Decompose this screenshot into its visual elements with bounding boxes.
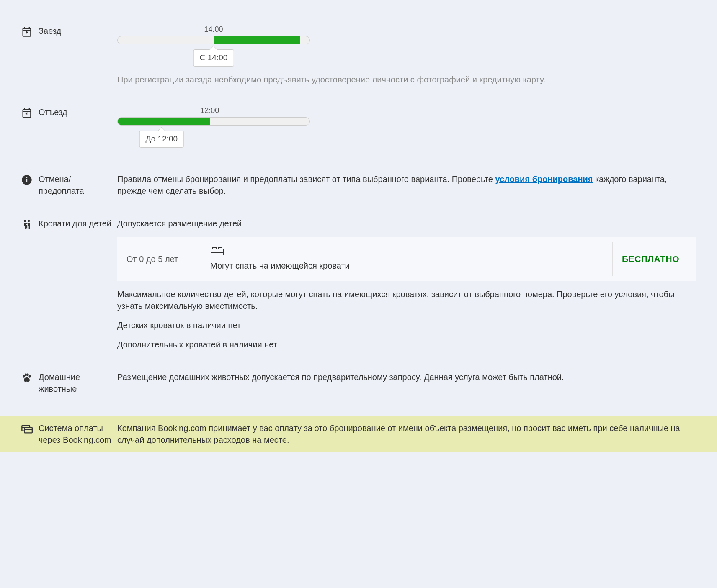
svg-point-8: [25, 373, 27, 376]
children-para1: Максимальное количество детей, которые м…: [117, 288, 696, 312]
svg-rect-1: [26, 179, 27, 182]
payment-text: Компания Booking.com принимает у вас опл…: [117, 422, 696, 446]
cancellation-text-before: Правила отмены бронирования и предоплаты…: [117, 175, 495, 184]
pets-content: Размещение домашних животных допускается…: [117, 371, 696, 395]
children-label: Кровати для детей: [39, 218, 111, 229]
bed-icon: [210, 246, 603, 258]
checkin-bar-fill: [214, 36, 300, 44]
children-content: Допускается размещение детей От 0 до 5 л…: [117, 218, 696, 350]
children-price-cell: БЕСПЛАТНО: [613, 249, 696, 269]
svg-rect-13: [24, 428, 32, 433]
info-icon: [21, 174, 33, 186]
pets-label: Домашние животные: [39, 371, 117, 395]
checkout-tick-label: 12:00: [200, 105, 219, 116]
children-para3: Дополнительных кроватей в наличии нет: [117, 339, 696, 350]
checkin-timeline: 14:00 С 14:00: [117, 36, 696, 65]
checkin-tick-label: 14:00: [204, 24, 223, 35]
svg-rect-6: [211, 249, 224, 253]
svg-point-9: [27, 373, 29, 376]
children-para2: Детских кроваток в наличии нет: [117, 319, 696, 331]
children-row: Кровати для детей Допускается размещение…: [0, 218, 717, 350]
booking-conditions-link[interactable]: условия бронирования: [495, 175, 593, 184]
pets-row: Домашние животные Размещение домашних жи…: [0, 371, 717, 395]
cancellation-content: Правила отмены бронирования и предоплаты…: [117, 173, 696, 197]
cancellation-label: Отмена/ предоплата: [39, 173, 117, 197]
payment-label-col: Система оплаты через Booking.com: [21, 422, 117, 446]
children-intro: Допускается размещение детей: [117, 218, 696, 229]
children-bed-cell: Могут спать на имеющейся кровати: [201, 242, 613, 276]
svg-rect-2: [26, 177, 27, 178]
cancellation-label-col: Отмена/ предоплата: [21, 173, 117, 197]
cancellation-text: Правила отмены бронирования и предоплаты…: [117, 173, 696, 197]
children-label-col: Кровати для детей: [21, 218, 117, 350]
svg-rect-14: [24, 429, 32, 430]
checkin-tooltip: С 14:00: [193, 49, 234, 67]
payment-row: Система оплаты через Booking.com Компани…: [0, 416, 717, 452]
children-age-cell: От 0 до 5 лет: [117, 249, 201, 269]
checkout-label-col: Отъезд: [21, 106, 117, 152]
svg-point-10: [29, 375, 31, 377]
checkin-label: Заезд: [39, 25, 61, 37]
checkin-row: Заезд 14:00 С 14:00 При регистрации заез…: [0, 25, 717, 85]
children-age-range: От 0 до 5 лет: [126, 253, 191, 265]
payment-content: Компания Booking.com принимает у вас опл…: [117, 422, 696, 446]
payment-label: Система оплаты через Booking.com: [39, 422, 117, 446]
svg-point-4: [28, 220, 30, 222]
checkout-content: 12:00 До 12:00: [117, 106, 696, 152]
checkout-bar-fill: [118, 118, 210, 125]
checkout-bar: [117, 117, 310, 126]
checkin-label-col: Заезд: [21, 25, 117, 85]
children-bed-text: Могут спать на имеющейся кровати: [210, 260, 603, 272]
hotel-policies: Заезд 14:00 С 14:00 При регистрации заез…: [0, 0, 717, 452]
pets-text: Размещение домашних животных допускается…: [117, 371, 696, 383]
calendar-checkin-icon: [21, 26, 33, 38]
svg-point-7: [23, 375, 25, 377]
checkin-content: 14:00 С 14:00 При регистрации заезда нео…: [117, 25, 696, 85]
children-price: БЕСПЛАТНО: [622, 253, 679, 265]
checkin-bar: [117, 36, 310, 44]
svg-point-3: [24, 220, 26, 222]
children-table: От 0 до 5 лет Могут спать на имеющейся к…: [117, 237, 696, 281]
family-icon: [21, 218, 33, 230]
svg-point-5: [26, 223, 28, 224]
checkout-tooltip: До 12:00: [139, 131, 184, 148]
checkout-timeline: 12:00 До 12:00: [117, 117, 696, 146]
pets-label-col: Домашние животные: [21, 371, 117, 395]
checkout-label: Отъезд: [39, 106, 67, 118]
credit-cards-icon: [21, 423, 33, 435]
cancellation-row: Отмена/ предоплата Правила отмены бронир…: [0, 173, 717, 197]
checkout-row: Отъезд 12:00 До 12:00: [0, 106, 717, 152]
calendar-checkout-icon: [21, 107, 33, 119]
paw-icon: [21, 372, 33, 384]
checkin-note: При регистрации заезда необходимо предъя…: [117, 74, 696, 85]
